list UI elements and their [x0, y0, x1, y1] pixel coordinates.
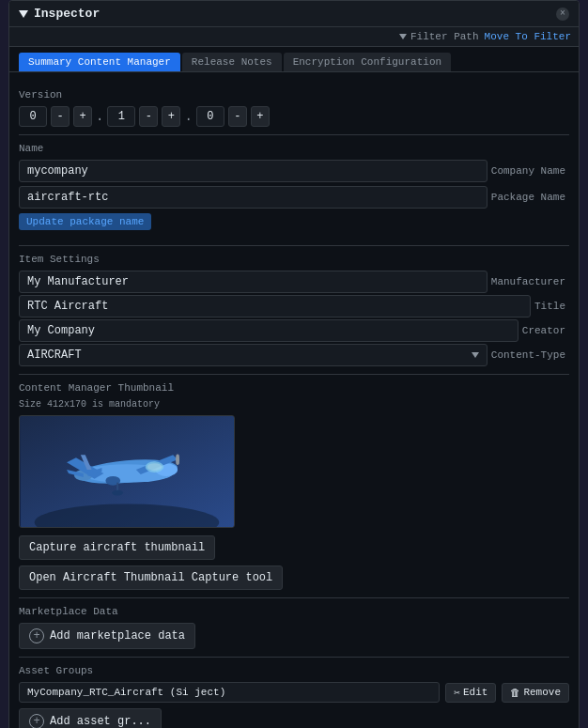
version-minor-inc[interactable]: + — [162, 106, 180, 127]
remove-label: Remove — [523, 687, 561, 698]
version-major-value: 0 — [19, 106, 47, 127]
manufacturer-row: Manufacturer — [19, 271, 569, 293]
close-button[interactable]: × — [556, 8, 569, 21]
tabs-bar: Summary Content Manager Release Notes En… — [9, 47, 579, 72]
edit-label: Edit — [463, 687, 487, 698]
creator-input[interactable] — [19, 319, 518, 342]
open-aircraft-thumbnail-tool-button[interactable]: Open Aircraft Thumbnail Capture tool — [19, 565, 283, 590]
version-major-inc[interactable]: + — [73, 106, 92, 127]
add-marketplace-plus-icon: + — [29, 628, 44, 643]
title-type: Title — [534, 295, 569, 318]
thumbnail-size-note: Size 412x170 is mandatory — [19, 399, 569, 410]
add-marketplace-data-button[interactable]: + Add marketplace data — [19, 623, 195, 649]
divider-3 — [19, 374, 569, 375]
title-row: Title — [19, 295, 569, 318]
scissors-icon: ✂ — [454, 687, 460, 699]
version-dot-2: . — [184, 109, 192, 124]
asset-groups-section: Asset Groups MyCompany_RTC_Aircraft (Si … — [19, 665, 569, 728]
version-minor-value: 1 — [107, 106, 135, 127]
title-bar-left: Inspector — [19, 7, 100, 21]
tab-encryption-configuration[interactable]: Encryption Configuration — [284, 53, 451, 71]
inspector-triangle-icon — [19, 10, 28, 18]
asset-groups-label: Asset Groups — [19, 665, 569, 676]
manufacturer-type: Manufacturer — [491, 271, 569, 293]
content-type-select[interactable]: AIRCRAFT — [19, 344, 487, 366]
version-major-dec[interactable]: - — [51, 106, 70, 127]
trash-icon: 🗑 — [510, 687, 520, 699]
add-asset-group-label: Add asset gr... — [50, 715, 151, 728]
filter-path-label: Filter Path — [399, 31, 479, 42]
toolbar: Filter Path Move To Filter — [9, 27, 579, 47]
thumbnail-section: Content Manager Thumbnail Size 412x170 i… — [19, 382, 569, 590]
marketplace-label: Marketplace Data — [19, 606, 569, 617]
company-name-input[interactable] — [19, 160, 487, 182]
tab-release-notes[interactable]: Release Notes — [182, 53, 282, 71]
content-type-row: AIRCRAFT Content-Type — [19, 344, 569, 366]
version-minor-dec[interactable]: - — [139, 106, 158, 127]
filter-triangle-icon — [399, 34, 407, 39]
version-patch-dec[interactable]: - — [228, 106, 247, 127]
marketplace-section: Marketplace Data + Add marketplace data — [19, 606, 569, 649]
main-content: Version 0 - + . 1 - + . 0 - + Name Compa… — [9, 72, 579, 728]
svg-point-7 — [147, 463, 162, 471]
name-section-label: Name — [19, 143, 569, 154]
asset-group-edit-button[interactable]: ✂ Edit — [445, 683, 496, 703]
version-row: 0 - + . 1 - + . 0 - + — [19, 106, 569, 127]
creator-row: Creator — [19, 319, 569, 342]
item-settings-label: Item Settings — [19, 254, 569, 265]
version-dot-1: . — [96, 109, 103, 124]
divider-2 — [19, 245, 569, 246]
divider-5 — [19, 657, 569, 658]
update-package-name-button[interactable]: Update package name — [19, 213, 151, 230]
package-name-input[interactable] — [19, 186, 487, 209]
inspector-window: Inspector × Filter Path Move To Filter S… — [8, 0, 580, 728]
asset-group-name: MyCompany_RTC_Aircraft (Si ject) — [19, 682, 440, 703]
thumbnail-section-label: Content Manager Thumbnail — [19, 382, 569, 394]
manufacturer-input[interactable] — [19, 271, 487, 293]
content-type-label: Content-Type — [491, 344, 569, 366]
divider-4 — [19, 597, 569, 598]
company-name-row: Company Name — [19, 160, 569, 182]
tab-summary-content-manager[interactable]: Summary Content Manager — [19, 53, 180, 71]
add-marketplace-label: Add marketplace data — [50, 629, 185, 643]
aircraft-thumbnail-svg — [20, 416, 234, 527]
asset-group-row: MyCompany_RTC_Aircraft (Si ject) ✂ Edit … — [19, 682, 569, 703]
company-name-type: Company Name — [491, 160, 569, 182]
version-patch-inc[interactable]: + — [251, 106, 270, 127]
add-asset-group-plus-icon: + — [29, 714, 44, 728]
version-patch-value: 0 — [196, 106, 224, 127]
title-bar: Inspector × — [9, 1, 579, 27]
aircraft-thumbnail — [19, 415, 235, 528]
window-title: Inspector — [34, 7, 100, 21]
add-asset-group-button[interactable]: + Add asset gr... — [19, 708, 162, 728]
divider-1 — [19, 134, 569, 135]
package-name-row: Package Name — [19, 186, 569, 209]
version-label: Version — [19, 89, 569, 101]
asset-group-remove-button[interactable]: 🗑 Remove — [502, 683, 569, 703]
svg-point-12 — [176, 454, 179, 465]
package-name-type: Package Name — [491, 186, 569, 209]
svg-point-10 — [112, 490, 123, 496]
content-type-value: AIRCRAFT — [27, 349, 82, 362]
capture-aircraft-thumbnail-button[interactable]: Capture aircraft thumbnail — [19, 535, 215, 560]
content-type-dropdown-icon — [472, 352, 479, 358]
creator-type: Creator — [522, 319, 569, 342]
title-input[interactable] — [19, 295, 531, 318]
move-to-filter-button[interactable]: Move To Filter — [485, 31, 571, 42]
